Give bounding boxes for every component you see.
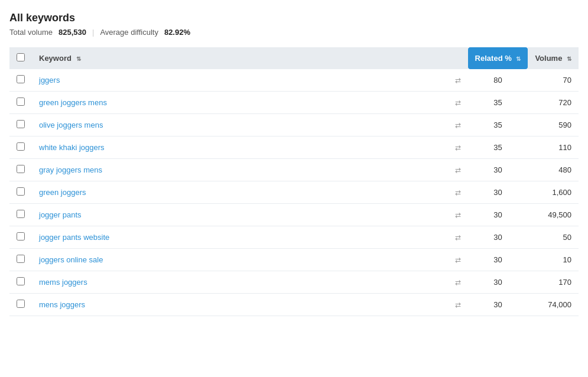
keyword-link[interactable]: jogger pants website [39, 233, 109, 242]
table-row: white khaki joggers⇄35110 [9, 136, 579, 159]
keyword-link[interactable]: olive joggers mens [39, 121, 103, 129]
volume-sort-icon[interactable]: ⇅ [567, 56, 571, 62]
row-volume-cell: 70 [528, 69, 579, 92]
row-checkbox-cell[interactable] [9, 271, 32, 294]
row-related-cell: 30 [468, 249, 528, 271]
row-keyword-cell: gray joggers mens⇄ [32, 159, 468, 181]
select-all-checkbox[interactable] [17, 53, 25, 61]
row-related-cell: 30 [468, 159, 528, 181]
row-filter-icon[interactable]: ⇄ [455, 211, 461, 219]
row-filter-icon[interactable]: ⇄ [455, 76, 461, 84]
row-checkbox[interactable] [17, 98, 25, 106]
row-volume-cell: 480 [528, 159, 579, 181]
row-filter-icon[interactable]: ⇄ [455, 121, 461, 129]
header-checkbox-cell[interactable] [9, 47, 32, 69]
keyword-link[interactable]: jogger pants [39, 210, 82, 219]
row-checkbox-cell[interactable] [9, 114, 32, 136]
header-related[interactable]: Related % ⇅ [468, 47, 528, 69]
row-related-cell: 30 [468, 294, 528, 316]
row-checkbox[interactable] [17, 300, 25, 308]
row-related-cell: 35 [468, 114, 528, 136]
total-volume-value: 825,530 [59, 28, 86, 37]
row-filter-icon[interactable]: ⇄ [455, 99, 461, 107]
keywords-table: Keyword ⇅ Related % ⇅ Volume ⇅ jggers⇄80… [9, 47, 579, 316]
row-checkbox-cell[interactable] [9, 92, 32, 114]
row-filter-icon[interactable]: ⇄ [455, 256, 461, 264]
stats-divider: | [92, 28, 94, 37]
avg-difficulty-value: 82.92% [164, 28, 190, 37]
keyword-link[interactable]: gray joggers mens [39, 165, 102, 174]
row-checkbox[interactable] [17, 187, 25, 196]
header-volume[interactable]: Volume ⇅ [528, 47, 579, 69]
row-filter-icon[interactable]: ⇄ [455, 144, 461, 152]
row-related-cell: 35 [468, 136, 528, 159]
row-keyword-cell: white khaki joggers⇄ [32, 136, 468, 159]
keyword-link[interactable]: jggers [39, 76, 60, 84]
stats-bar: Total volume 825,530 | Average difficult… [9, 28, 579, 37]
related-sort-icon[interactable]: ⇅ [516, 56, 521, 62]
row-checkbox-cell[interactable] [9, 136, 32, 159]
header-keyword[interactable]: Keyword ⇅ [32, 47, 468, 69]
keyword-link[interactable]: mems joggers [39, 278, 87, 287]
row-keyword-cell: olive joggers mens⇄ [32, 114, 468, 136]
table-row: jggers⇄8070 [9, 69, 579, 92]
row-checkbox-cell[interactable] [9, 294, 32, 316]
row-checkbox-cell[interactable] [9, 226, 32, 249]
table-header-row: Keyword ⇅ Related % ⇅ Volume ⇅ [9, 47, 579, 69]
row-keyword-cell: jogger pants⇄ [32, 204, 468, 226]
row-checkbox-cell[interactable] [9, 159, 32, 181]
keyword-link[interactable]: white khaki joggers [39, 143, 105, 152]
row-checkbox[interactable] [17, 210, 25, 218]
row-related-cell: 35 [468, 92, 528, 114]
keyword-sort-icon[interactable]: ⇅ [76, 56, 81, 62]
row-checkbox[interactable] [17, 232, 25, 240]
table-row: mems joggers⇄30170 [9, 271, 579, 294]
table-row: mens joggers⇄3074,000 [9, 294, 579, 316]
table-row: gray joggers mens⇄30480 [9, 159, 579, 181]
row-related-cell: 30 [468, 204, 528, 226]
row-filter-icon[interactable]: ⇄ [455, 278, 461, 287]
table-row: green joggers⇄301,600 [9, 181, 579, 204]
row-checkbox[interactable] [17, 142, 25, 151]
row-keyword-cell: green joggers⇄ [32, 181, 468, 204]
row-filter-icon[interactable]: ⇄ [455, 188, 461, 197]
row-keyword-cell: mems joggers⇄ [32, 271, 468, 294]
row-checkbox[interactable] [17, 120, 25, 128]
table-row: olive joggers mens⇄35590 [9, 114, 579, 136]
row-checkbox-cell[interactable] [9, 181, 32, 204]
row-volume-cell: 110 [528, 136, 579, 159]
row-related-cell: 30 [468, 271, 528, 294]
keyword-link[interactable]: mens joggers [39, 300, 85, 309]
row-volume-cell: 74,000 [528, 294, 579, 316]
row-checkbox[interactable] [17, 75, 25, 83]
row-checkbox[interactable] [17, 277, 25, 285]
row-keyword-cell: jggers⇄ [32, 69, 468, 92]
row-volume-cell: 170 [528, 271, 579, 294]
row-filter-icon[interactable]: ⇄ [455, 166, 461, 174]
row-volume-cell: 50 [528, 226, 579, 249]
row-checkbox-cell[interactable] [9, 69, 32, 92]
table-row: green joggers mens⇄35720 [9, 92, 579, 114]
row-filter-icon[interactable]: ⇄ [455, 233, 461, 242]
table-row: jogger pants⇄3049,500 [9, 204, 579, 226]
row-checkbox-cell[interactable] [9, 249, 32, 271]
row-volume-cell: 10 [528, 249, 579, 271]
row-related-cell: 30 [468, 181, 528, 204]
row-related-cell: 30 [468, 226, 528, 249]
row-keyword-cell: joggers online sale⇄ [32, 249, 468, 271]
keyword-link[interactable]: green joggers [39, 188, 86, 197]
keyword-link[interactable]: green joggers mens [39, 98, 107, 107]
row-volume-cell: 720 [528, 92, 579, 114]
total-volume-label: Total volume [9, 28, 53, 37]
row-volume-cell: 590 [528, 114, 579, 136]
table-body: jggers⇄8070green joggers mens⇄35720olive… [9, 69, 579, 316]
row-keyword-cell: mens joggers⇄ [32, 294, 468, 316]
row-checkbox[interactable] [17, 255, 25, 263]
keyword-link[interactable]: joggers online sale [39, 255, 103, 264]
row-keyword-cell: jogger pants website⇄ [32, 226, 468, 249]
row-checkbox-cell[interactable] [9, 204, 32, 226]
row-checkbox[interactable] [17, 165, 25, 173]
row-filter-icon[interactable]: ⇄ [455, 301, 461, 309]
row-related-cell: 80 [468, 69, 528, 92]
avg-difficulty-label: Average difficulty [100, 28, 158, 37]
